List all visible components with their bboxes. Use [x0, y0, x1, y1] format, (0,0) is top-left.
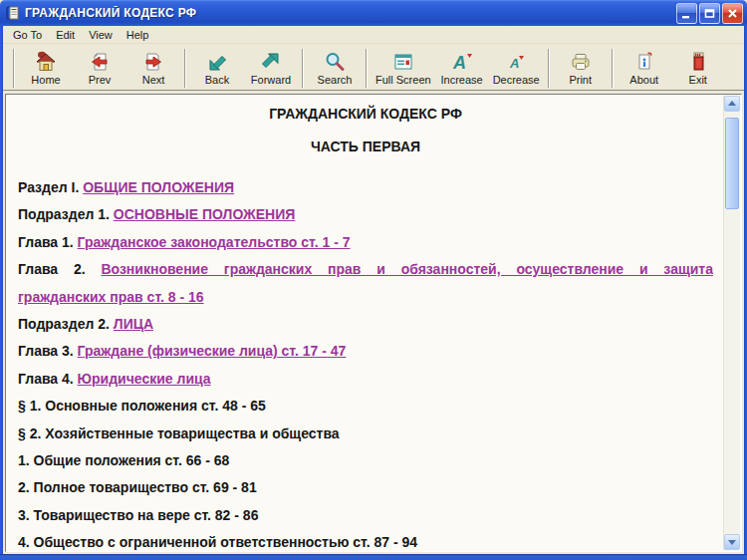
toolbar-separator — [548, 49, 550, 88]
exit-button[interactable]: Exit — [671, 48, 725, 90]
home-button[interactable]: Home — [19, 48, 73, 90]
toc-link[interactable]: гражданских прав ст. 8 - 16 — [18, 289, 204, 305]
home-icon — [34, 49, 58, 74]
toc-prefix: Подраздел 2. — [18, 316, 110, 332]
menu-edit[interactable]: Edit — [49, 27, 82, 43]
toc-line: Подраздел 1. ОСНОВНЫЕ ПОЛОЖЕНИЯ — [18, 201, 713, 228]
print-label: Print — [569, 74, 592, 87]
content-panel: ГРАЖДАНСКИЙ КОДЕКС РФ ЧАСТЬ ПЕРВАЯ Разде… — [5, 94, 742, 552]
prev-label: Prev — [89, 74, 112, 87]
toc-text: § 2. Хозяйственные товарищества и общест… — [18, 425, 340, 441]
maximize-button[interactable] — [699, 3, 720, 24]
about-label: About — [629, 74, 658, 87]
scrollbar-thumb[interactable] — [725, 118, 739, 209]
scroll-down-button[interactable] — [724, 534, 740, 550]
about-button[interactable]: About — [618, 48, 671, 90]
toc-line: Глава 1. Гражданское законодательство ст… — [18, 229, 713, 256]
client-area: ГРАЖДАНСКИЙ КОДЕКС РФ ЧАСТЬ ПЕРВАЯ Разде… — [3, 92, 744, 554]
window-frame-bottom — [0, 554, 747, 560]
forward-arrow-icon — [259, 49, 283, 74]
toc-link[interactable]: ОСНОВНЫЕ ПОЛОЖЕНИЯ — [114, 206, 296, 222]
close-button[interactable] — [722, 3, 743, 24]
table-of-contents: Раздел I. ОБЩИЕ ПОЛОЖЕНИЯПодраздел 1. ОС… — [18, 174, 713, 550]
toolbar: Home Prev Next — [3, 45, 744, 91]
vertical-scrollbar[interactable] — [723, 96, 740, 550]
toc-link[interactable]: ЛИЦА — [114, 316, 153, 332]
toc-text: 3. Товарищество на вере ст. 82 - 86 — [18, 507, 258, 523]
full-screen-button[interactable]: Full Screen — [372, 48, 435, 90]
search-label: Search — [318, 74, 353, 87]
window-title: ГРАЖДАНСКИЙ КОДЕКС РФ — [25, 6, 676, 20]
toc-link[interactable]: Гражданское законодательство ст. 1 - 7 — [78, 234, 351, 250]
print-button[interactable]: Print — [554, 48, 608, 90]
app-window: ГРАЖДАНСКИЙ КОДЕКС РФ Go To Edit View He… — [0, 0, 747, 560]
maximize-icon — [703, 7, 716, 20]
back-button[interactable]: Back — [190, 48, 244, 90]
toc-line: Глава 4. Юридические лица — [18, 366, 713, 393]
app-book-icon[interactable] — [5, 5, 21, 21]
toc-line: Раздел I. ОБЩИЕ ПОЛОЖЕНИЯ — [18, 174, 713, 201]
window-frame-left — [0, 26, 3, 560]
search-icon — [323, 49, 347, 74]
title-bar: ГРАЖДАНСКИЙ КОДЕКС РФ — [0, 0, 747, 26]
menu-bar: Go To Edit View Help — [3, 26, 744, 44]
full-screen-label: Full Screen — [375, 74, 431, 87]
menu-goto[interactable]: Go To — [6, 27, 49, 43]
next-page-icon — [141, 49, 165, 74]
toc-line: Глава 2. Возникновение гражданских прав … — [18, 256, 713, 283]
toc-prefix: Глава 2. — [18, 261, 86, 277]
forward-button[interactable]: Forward — [244, 48, 298, 90]
decrease-font-icon: A — [504, 49, 528, 74]
toc-link[interactable]: Возникновение гражданских прав и обязанн… — [101, 261, 713, 277]
menu-help[interactable]: Help — [120, 27, 156, 43]
menu-view[interactable]: View — [82, 27, 120, 43]
svg-text:A: A — [452, 53, 466, 73]
toc-line-continuation: гражданских прав ст. 8 - 16 — [18, 284, 713, 311]
document-view: ГРАЖДАНСКИЙ КОДЕКС РФ ЧАСТЬ ПЕРВАЯ Разде… — [7, 95, 723, 550]
svg-text:A: A — [509, 56, 519, 71]
print-icon — [569, 49, 593, 74]
toolbar-separator — [612, 49, 614, 88]
back-label: Back — [205, 74, 229, 87]
next-button[interactable]: Next — [126, 48, 180, 90]
toc-link[interactable]: ОБЩИЕ ПОЛОЖЕНИЯ — [83, 179, 234, 195]
toolbar-separator — [366, 49, 368, 88]
toc-prefix: Глава 1. — [18, 234, 74, 250]
window-controls — [676, 3, 743, 24]
document-subtitle: ЧАСТЬ ПЕРВАЯ — [18, 137, 713, 156]
toolbar-separator — [13, 49, 15, 88]
scroll-up-button[interactable] — [724, 96, 740, 112]
toolbar-separator — [302, 49, 304, 88]
toc-line: § 1. Основные положения ст. 48 - 65 — [18, 393, 713, 420]
toc-line: 1. Общие положения ст. 66 - 68 — [18, 447, 713, 474]
increase-font-label: Increase — [441, 74, 483, 87]
toc-prefix: Глава 3. — [18, 343, 74, 359]
toc-prefix: Раздел I. — [18, 179, 79, 195]
toc-link[interactable]: Юридические лица — [78, 371, 211, 387]
about-icon — [632, 49, 656, 74]
increase-font-button[interactable]: A Increase — [435, 48, 489, 90]
close-icon — [726, 7, 739, 20]
document-title: ГРАЖДАНСКИЙ КОДЕКС РФ — [18, 104, 713, 124]
prev-button[interactable]: Prev — [73, 48, 126, 90]
scroll-up-icon — [728, 101, 736, 107]
toc-text: § 1. Основные положения ст. 48 - 65 — [18, 398, 266, 414]
decrease-font-label: Decrease — [493, 74, 540, 87]
exit-label: Exit — [689, 74, 707, 87]
back-arrow-icon — [205, 49, 229, 74]
minimize-button[interactable] — [676, 3, 697, 24]
decrease-font-button[interactable]: A Decrease — [489, 48, 544, 90]
toc-link[interactable]: Граждане (физические лица) ст. 17 - 47 — [78, 343, 347, 359]
toolbar-separator — [184, 49, 186, 88]
toc-line: Подраздел 2. ЛИЦА — [18, 311, 713, 338]
next-label: Next — [142, 74, 165, 87]
home-label: Home — [31, 74, 60, 87]
toc-prefix: Глава 4. — [18, 371, 74, 387]
toc-text: 2. Полное товарищество ст. 69 - 81 — [18, 479, 257, 495]
toc-line: Глава 3. Граждане (физические лица) ст. … — [18, 338, 713, 365]
toc-prefix: Подраздел 1. — [18, 206, 110, 222]
toc-line: 4. Общество с ограниченной ответственнос… — [18, 529, 713, 550]
exit-icon — [686, 49, 710, 74]
forward-label: Forward — [251, 74, 291, 87]
search-button[interactable]: Search — [308, 48, 362, 90]
